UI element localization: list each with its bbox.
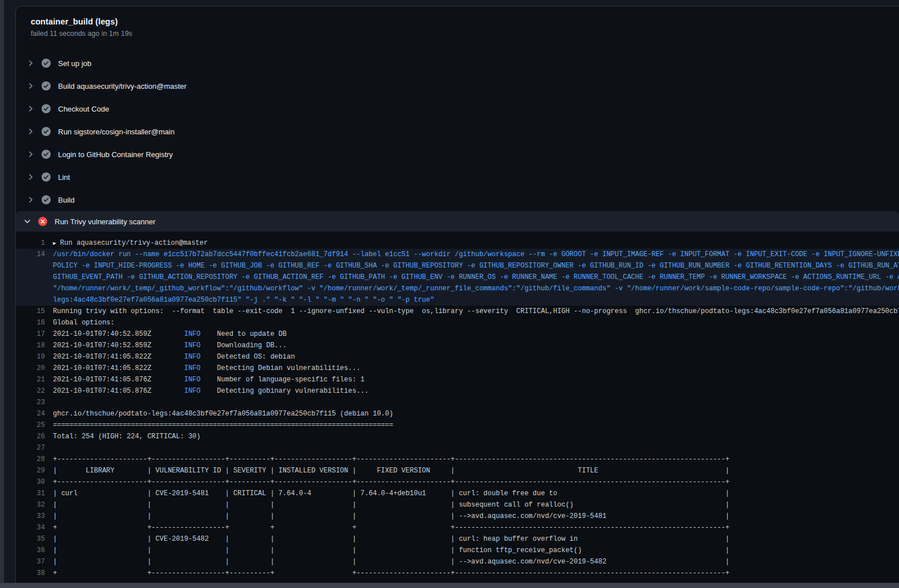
horizontal-scrollbar[interactable] xyxy=(0,583,899,588)
log-line-number[interactable]: 36 xyxy=(16,545,45,556)
log-line-text: | | | | | | function tftp_receive_packet… xyxy=(45,545,729,556)
log-line-text: legs:4ac48c3bf0e27ef7a056a81a0977ea250cb… xyxy=(45,294,434,306)
log-line: 212021-10-01T07:41:05.876Z INFO Number o… xyxy=(16,374,899,385)
step-row[interactable]: Checkout Code xyxy=(16,97,899,120)
log-line: 34+ +------------------+ + + +----------… xyxy=(16,522,899,533)
job-status-subtitle: failed 11 seconds ago in 1m 19s xyxy=(31,30,885,38)
log-line-number[interactable]: 15 xyxy=(16,306,45,317)
job-log-panel: container_build (legs) failed 11 seconds… xyxy=(15,6,899,583)
step-row[interactable]: Lint xyxy=(16,166,899,188)
step-row[interactable]: Run sigstore/cosign-installer@main xyxy=(16,120,899,143)
log-line-number[interactable] xyxy=(16,294,45,306)
log-line: 16Global options: xyxy=(16,317,899,328)
log-line: 35| | CVE-2019-5482 | | | | curl: heap b… xyxy=(16,533,899,545)
log-line-number[interactable]: 38 xyxy=(16,568,45,579)
log-line: 38+ +------------------+----------+ +---… xyxy=(16,568,899,579)
log-line-text: ghcr.io/thschue/podtato-legs:4ac48c3bf0e… xyxy=(45,408,393,420)
log-line: 15Running trivy with options: --format t… xyxy=(16,306,899,317)
log-line: 32| | | | | | subsequent call of realloc… xyxy=(16,499,899,511)
log-line: 26Total: 254 (HIGH: 224, CRITICAL: 30) xyxy=(16,431,899,442)
log-line: "/home/runner/work/_temp/_github_workflo… xyxy=(16,283,899,294)
log-line-number[interactable]: 31 xyxy=(16,488,45,499)
step-row[interactable]: Login to GitHub Container Registry xyxy=(16,143,899,166)
log-line-number[interactable] xyxy=(16,272,45,283)
log-line: 182021-10-01T07:40:52.859Z INFO Download… xyxy=(16,340,899,351)
chevron-down-icon[interactable] xyxy=(23,217,32,226)
log-line-text: | | CVE-2019-5482 | | | | curl: heap buf… xyxy=(45,533,729,545)
log-line-text: /usr/bin/docker run --name e1cc517b72ab7… xyxy=(45,249,899,260)
chevron-right-icon[interactable] xyxy=(26,104,35,113)
log-line-number[interactable]: 26 xyxy=(16,431,45,442)
log-line-text: ▶ Run aquasecurity/trivy-action@master xyxy=(45,237,208,249)
log-output: 1▶ Run aquasecurity/trivy-action@master1… xyxy=(16,232,899,583)
step-row[interactable]: Build xyxy=(16,188,899,211)
check-circle-icon xyxy=(42,195,51,204)
log-line-text: + +------------------+----------+ +-----… xyxy=(45,568,729,579)
log-line: 25======================================… xyxy=(16,420,899,431)
log-line-number[interactable]: 37 xyxy=(16,556,45,568)
log-line-number[interactable]: 16 xyxy=(16,317,45,328)
step-row[interactable]: Build aquasecurity/trivy-action@master xyxy=(16,75,899,97)
log-line-text: | curl | CVE-2019-5481 | CRITICAL | 7.64… xyxy=(45,488,729,499)
job-title: container_build (legs) xyxy=(31,17,885,26)
log-line-number[interactable]: 22 xyxy=(16,385,45,397)
step-label: Build xyxy=(58,196,75,204)
check-circle-icon xyxy=(42,150,51,159)
log-line: 14/usr/bin/docker run --name e1cc517b72a… xyxy=(16,249,899,260)
log-line-number[interactable]: 14 xyxy=(16,249,45,260)
log-line-number[interactable]: 19 xyxy=(16,351,45,363)
log-line-number[interactable]: 34 xyxy=(16,522,45,533)
chevron-right-icon[interactable] xyxy=(26,150,35,159)
log-line-number[interactable]: 1 xyxy=(16,237,45,249)
log-line-number[interactable] xyxy=(16,283,45,294)
log-line: 172021-10-01T07:40:52.859Z INFO Need to … xyxy=(16,328,899,340)
log-line-number[interactable]: 24 xyxy=(16,408,45,420)
log-line-number[interactable]: 30 xyxy=(16,476,45,488)
log-line: 37| | | | | | -->avd.aquasec.com/nvd/cve… xyxy=(16,556,899,568)
log-group-title: Run aquasecurity/trivy-action@master xyxy=(56,239,207,247)
log-level-badge: INFO xyxy=(184,330,200,338)
log-line-text: +----------------------+----------------… xyxy=(45,476,729,488)
step-row[interactable]: Set up job xyxy=(16,52,899,75)
chevron-right-icon[interactable] xyxy=(26,195,35,204)
log-line-number[interactable]: 25 xyxy=(16,420,45,431)
log-line-text: "/home/runner/work/_temp/_github_workflo… xyxy=(45,283,899,294)
log-line-number[interactable]: 27 xyxy=(16,442,45,454)
chevron-right-icon[interactable] xyxy=(26,81,35,91)
log-line-number[interactable]: 33 xyxy=(16,511,45,522)
log-line-number[interactable]: 20 xyxy=(16,363,45,374)
check-circle-icon xyxy=(42,59,51,68)
log-line: 28+----------------------+--------------… xyxy=(16,454,899,465)
log-line-text xyxy=(45,397,53,408)
log-line-number[interactable]: 32 xyxy=(16,499,45,511)
chevron-right-icon[interactable] xyxy=(26,59,35,68)
chevron-right-icon[interactable] xyxy=(26,172,35,182)
log-line: legs:4ac48c3bf0e27ef7a056a81a0977ea250cb… xyxy=(16,294,899,306)
job-header: container_build (legs) failed 11 seconds… xyxy=(16,6,899,52)
log-message: Detected OS: debian xyxy=(200,353,295,361)
check-circle-icon xyxy=(42,127,51,136)
chevron-right-icon[interactable] xyxy=(26,127,35,136)
log-line-text: Global options: xyxy=(45,317,118,328)
log-line-text: 2021-10-01T07:41:05.876Z INFO Detecting … xyxy=(45,385,369,397)
step-row[interactable]: Run Trivy vulnerability scanner xyxy=(16,211,899,232)
log-line-number[interactable]: 29 xyxy=(16,465,45,476)
log-line: 29| LIBRARY | VULNERABILITY ID | SEVERIT… xyxy=(16,465,899,476)
log-line-text xyxy=(45,442,53,454)
log-line-number[interactable]: 35 xyxy=(16,533,45,545)
log-line-number[interactable]: 21 xyxy=(16,374,45,385)
log-line-number[interactable] xyxy=(16,260,45,272)
log-line-number[interactable]: 18 xyxy=(16,340,45,351)
page-left-edge xyxy=(0,0,4,583)
step-label: Login to GitHub Container Registry xyxy=(58,150,173,159)
log-level-badge: INFO xyxy=(184,376,200,384)
log-line-number[interactable]: 23 xyxy=(16,397,45,408)
log-line-text: | | | | | | -->avd.aquasec.com/nvd/cve-2… xyxy=(45,511,729,522)
log-line-text: +----------------------+----------------… xyxy=(45,454,729,465)
log-line: 222021-10-01T07:41:05.876Z INFO Detectin… xyxy=(16,385,899,397)
log-line-number[interactable]: 28 xyxy=(16,454,45,465)
log-timestamp: 2021-10-01T07:40:52.859Z xyxy=(53,342,184,349)
log-line-text: + +------------------+ + + +------------… xyxy=(45,522,729,533)
log-line-number[interactable]: 17 xyxy=(16,328,45,340)
log-line: 30+----------------------+--------------… xyxy=(16,476,899,488)
